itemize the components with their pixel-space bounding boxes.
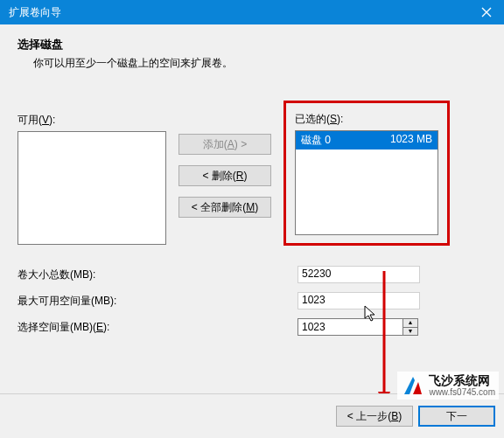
- watermark-title: 飞沙系统网: [429, 374, 495, 387]
- total-size-label: 卷大小总数(MB):: [18, 268, 298, 282]
- spinner-down-button[interactable]: ▼: [402, 327, 418, 337]
- spinner-up-button[interactable]: ▲: [402, 318, 418, 327]
- remove-button[interactable]: < 删除(R): [178, 165, 271, 186]
- wizard-window: 扩展卷向导 选择磁盘 你可以用至少一个磁盘上的空间来扩展卷。 可用(V): 添加…: [0, 0, 504, 438]
- available-label: 可用(V):: [18, 113, 166, 128]
- selected-list-item[interactable]: 磁盘 0 1023 MB: [296, 131, 438, 149]
- selected-listbox[interactable]: 磁盘 0 1023 MB: [295, 130, 438, 235]
- watermark: 飞沙系统网 www.fs0745.com: [397, 372, 499, 400]
- annotation-arrow: [378, 271, 380, 402]
- watermark-url: www.fs0745.com: [429, 387, 495, 397]
- selected-highlight-box: 已选的(S): 磁盘 0 1023 MB: [284, 101, 450, 246]
- titlebar: 扩展卷向导: [0, 0, 504, 24]
- close-icon: [481, 7, 492, 17]
- pick-space-spinner[interactable]: ▲ ▼: [298, 318, 418, 336]
- remove-all-button[interactable]: < 全部删除(M): [178, 197, 271, 218]
- wizard-footer: < 上一步(B) 下一: [0, 393, 504, 438]
- svg-marker-3: [413, 382, 422, 394]
- available-listbox[interactable]: [18, 131, 166, 245]
- window-title: 扩展卷向导: [9, 5, 469, 20]
- pick-space-label: 选择空间量(MB)(E):: [18, 320, 298, 335]
- pick-space-input[interactable]: [298, 318, 402, 336]
- page-subheading: 你可以用至少一个磁盘上的空间来扩展卷。: [33, 56, 486, 71]
- close-button[interactable]: [469, 0, 504, 24]
- max-space-label: 最大可用空间量(MB):: [18, 294, 298, 309]
- add-button[interactable]: 添加(A) >: [178, 134, 271, 155]
- watermark-logo-icon: [401, 373, 425, 398]
- back-button[interactable]: < 上一步(B): [336, 406, 413, 427]
- svg-marker-2: [404, 377, 415, 394]
- max-space-value: 1023: [298, 292, 420, 309]
- next-button[interactable]: 下一: [418, 406, 495, 427]
- total-size-value: 52230: [298, 266, 420, 283]
- page-heading: 选择磁盘: [18, 37, 486, 52]
- selected-label: 已选的(S):: [295, 112, 438, 127]
